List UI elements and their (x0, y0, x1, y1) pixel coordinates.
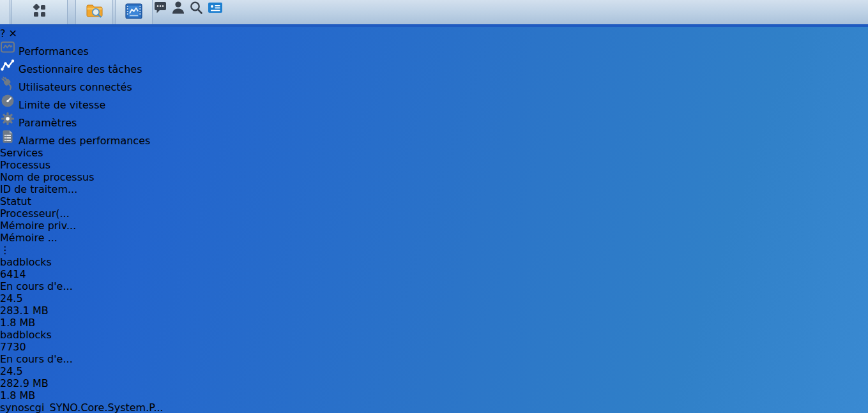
column-header-mem[interactable]: Mémoire ... (0, 232, 868, 244)
cell-process-name: badblocks (0, 329, 868, 341)
column-header-name[interactable]: Nom de processus (0, 171, 868, 183)
cell-mem: 1.8 MB (0, 389, 868, 402)
resource-monitor-taskbar-button[interactable] (115, 0, 153, 24)
table-row[interactable]: badblocks 7730 En cours d'e... 24.5 282.… (0, 329, 868, 402)
user-icon[interactable] (171, 6, 188, 18)
sidebar-item-label: Alarme des performances (19, 135, 150, 147)
plug-icon (0, 81, 19, 93)
tab-bar: Services Processus (0, 147, 868, 171)
cell-process-name: badblocks (0, 256, 868, 268)
table-body: badblocks 6414 En cours d'e... 24.5 283.… (0, 256, 868, 413)
speedometer-icon (0, 99, 19, 111)
sidebar: Performances Gestionnaire des tâches (0, 40, 868, 147)
table-row[interactable]: synoscgi_SYNO.Core.System.P... 24036 En … (0, 402, 868, 413)
column-header-pid[interactable]: ID de traitem... (0, 183, 868, 195)
sidebar-item-label: Gestionnaire des tâches (19, 63, 142, 75)
cell-mem-private: 282.9 MB (0, 377, 868, 389)
sidebar-item-parametres[interactable]: Paramètres (0, 111, 868, 129)
cell-cpu: 24.5 (0, 292, 868, 304)
sidebar-item-label: Utilisateurs connectés (19, 81, 132, 93)
alarm-report-icon (0, 135, 19, 147)
cell-process-name: synoscgi_SYNO.Core.System.P... (0, 402, 868, 413)
desktop: Moniteur de ressources ? ✕ Per (0, 0, 868, 413)
process-table: Nom de processus ID de traitem... Statut… (0, 171, 868, 413)
main-menu-button[interactable] (11, 0, 68, 24)
sidebar-item-performances[interactable]: Performances (0, 40, 868, 57)
sidebar-item-label: Performances (19, 45, 89, 57)
column-menu-icon[interactable]: ⋮ (0, 244, 868, 256)
taskbar-status-area (153, 0, 224, 24)
main-content: Services Processus Nom de processus ID d… (0, 147, 868, 413)
table-header: Nom de processus ID de traitem... Statut… (0, 171, 868, 256)
cell-status: En cours d'e... (0, 353, 868, 365)
cell-cpu: 24.5 (0, 365, 868, 377)
table-row[interactable]: badblocks 6414 En cours d'e... 24.5 283.… (0, 256, 868, 329)
widgets-panel-icon[interactable] (207, 6, 224, 18)
taskbar-show-desktop-button[interactable] (0, 0, 10, 24)
performance-chart-icon (0, 45, 19, 57)
help-button[interactable]: ? (0, 27, 6, 40)
tab-processus[interactable]: Processus (0, 159, 868, 171)
file-station-icon (86, 3, 103, 22)
tab-services[interactable]: Services (0, 147, 868, 159)
main-menu-icon (31, 3, 48, 22)
cell-pid: 6414 (0, 268, 868, 280)
chat-icon[interactable] (153, 6, 171, 18)
search-icon[interactable] (188, 6, 207, 18)
tab-label: Processus (0, 159, 50, 171)
tab-label: Services (0, 147, 43, 159)
resource-monitor-window: Moniteur de ressources ? ✕ Per (0, 0, 868, 413)
sidebar-item-alarme-des-performances[interactable]: Alarme des performances (0, 129, 868, 147)
sidebar-item-limite-de-vitesse[interactable]: Limite de vitesse (0, 93, 868, 111)
cell-pid: 7730 (0, 341, 868, 353)
cell-mem: 1.8 MB (0, 317, 868, 329)
column-header-cpu[interactable]: Processeur(... (0, 207, 868, 220)
sidebar-item-utilisateurs-connectes[interactable]: Utilisateurs connectés (0, 75, 868, 93)
taskbar (0, 0, 868, 27)
column-header-mem-private[interactable]: Mémoire priv... (0, 220, 868, 232)
cell-status: En cours d'e... (0, 280, 868, 292)
cell-mem-private: 283.1 MB (0, 304, 868, 317)
task-manager-icon (0, 63, 19, 75)
resource-monitor-icon (125, 3, 142, 22)
sidebar-item-label: Paramètres (19, 117, 77, 129)
gear-icon (0, 117, 19, 129)
close-button[interactable]: ✕ (9, 27, 17, 40)
column-header-status[interactable]: Statut (0, 195, 868, 207)
sidebar-item-gestionnaire-des-taches[interactable]: Gestionnaire des tâches (0, 57, 868, 75)
file-station-button[interactable] (75, 0, 113, 24)
sidebar-item-label: Limite de vitesse (19, 99, 105, 111)
